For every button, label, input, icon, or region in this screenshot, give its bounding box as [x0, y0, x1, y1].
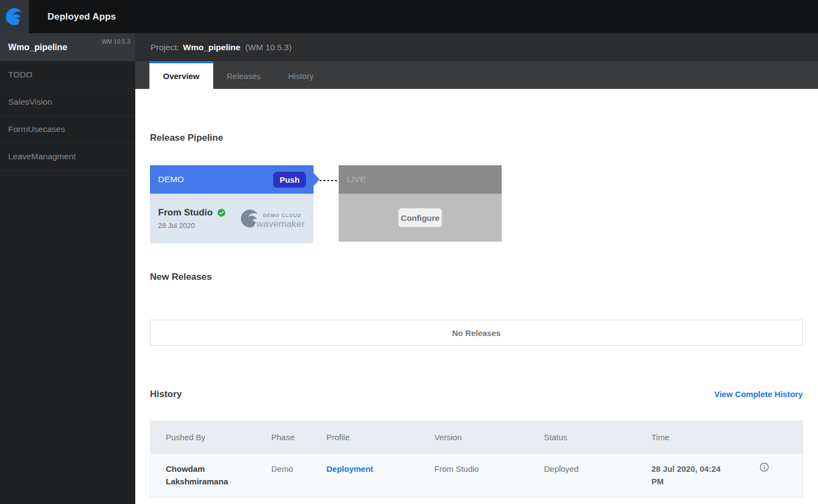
live-phase-name: LIVE: [347, 175, 366, 184]
col-status: Status: [544, 421, 652, 454]
overview-content: Release Pipeline DEMO Push From Studio: [135, 89, 818, 504]
demo-release-info: From Studio 28 Jul 2020: [158, 207, 225, 230]
sidebar-item-formusecases[interactable]: FormUsecases: [0, 116, 135, 143]
app-title: Deployed Apps: [47, 11, 116, 22]
col-version: Version: [435, 421, 544, 454]
demo-card-body: From Studio 28 Jul 2020: [150, 194, 314, 243]
sidebar-item-label: LeaveManagment: [8, 152, 76, 161]
sidebar: Wmo_pipeline WM 10.5.3 TODO SalesVision …: [0, 33, 135, 504]
demo-card-header: DEMO Push: [150, 165, 314, 194]
configure-button[interactable]: Configure: [398, 208, 442, 227]
new-releases-heading: New Releases: [150, 272, 803, 282]
push-button[interactable]: Push: [273, 172, 306, 188]
cell-version: From Studio: [435, 454, 544, 497]
demo-phase-name: DEMO: [158, 175, 184, 184]
check-circle-icon: [218, 209, 225, 217]
no-releases-box: No Releases: [150, 320, 803, 346]
history-table-header-row: Pushed By Phase Profile Version Status T…: [151, 421, 803, 454]
release-pipeline: DEMO Push From Studio: [150, 165, 803, 243]
view-complete-history-link[interactable]: View Complete History: [714, 389, 803, 399]
tab-overview[interactable]: Overview: [149, 61, 213, 89]
sidebar-item-salesvision[interactable]: SalesVision: [0, 88, 135, 116]
sidebar-item-label: Wmo_pipeline: [8, 43, 67, 52]
topbar: Deployed Apps: [0, 0, 818, 33]
project-name: Wmo_pipeline: [183, 43, 240, 52]
cell-pushed-by: Chowdam Lakshmiramana: [166, 463, 248, 488]
sidebar-item-wmo-pipeline[interactable]: Wmo_pipeline WM 10.5.3: [0, 33, 135, 61]
tab-label: History: [288, 71, 314, 81]
tab-label: Overview: [163, 71, 200, 81]
col-info: [754, 421, 803, 454]
sidebar-item-label: FormUsecases: [8, 124, 65, 134]
project-header: Project: Wmo_pipeline (WM 10.5.3): [135, 33, 818, 61]
cell-time: 28 Jul 2020, 04:24 PM: [652, 463, 733, 488]
main-panel: Project: Wmo_pipeline (WM 10.5.3) Overvi…: [135, 33, 818, 504]
history-table-row: Chowdam Lakshmiramana Demo Deployment Fr…: [151, 454, 803, 497]
info-icon[interactable]: [760, 463, 769, 472]
sidebar-item-label: SalesVision: [8, 97, 52, 107]
tab-releases[interactable]: Releases: [213, 61, 275, 89]
demo-phase-card: DEMO Push From Studio: [150, 165, 314, 243]
sidebar-item-leavemanagment[interactable]: LeaveManagment: [0, 143, 135, 170]
release-pipeline-heading: Release Pipeline: [150, 133, 803, 143]
sidebar-item-label: TODO: [8, 70, 33, 80]
demo-release-date: 28 Jul 2020: [158, 221, 225, 230]
no-releases-text: No Releases: [452, 328, 501, 338]
tab-label: Releases: [227, 71, 261, 81]
history-heading: History: [150, 389, 182, 399]
live-card-header: LIVE: [339, 165, 502, 194]
col-profile: Profile: [327, 421, 435, 454]
live-card-body: Configure: [339, 194, 502, 242]
cell-phase: Demo: [272, 454, 327, 497]
live-phase-card: LIVE Configure: [339, 165, 502, 242]
cloud-logo-text: DEMO CLOUD wavemaker: [263, 213, 305, 230]
col-time: Time: [652, 421, 754, 454]
sidebar-item-version: WM 10.5.3: [101, 38, 130, 45]
pipeline-connector-dash: [320, 180, 339, 181]
wavemaker-wave-icon: [5, 7, 25, 27]
sidebar-item-todo[interactable]: TODO: [0, 61, 135, 88]
cell-status: Deployed: [544, 454, 652, 497]
col-pushed-by: Pushed By: [151, 421, 272, 454]
history-header: History View Complete History: [150, 389, 803, 399]
col-phase: Phase: [272, 421, 327, 454]
cell-profile-link[interactable]: Deployment: [327, 464, 374, 473]
cloud-logo-line2: wavemaker: [256, 219, 305, 230]
tab-history[interactable]: History: [274, 61, 327, 89]
history-table: Pushed By Phase Profile Version Status T…: [150, 421, 803, 497]
pipeline-connector: [314, 165, 339, 194]
wavemaker-cloud-logo: DEMO CLOUD wavemaker: [240, 208, 305, 229]
tab-bar: Overview Releases History: [135, 61, 818, 89]
cloud-logo-line1: DEMO CLOUD: [263, 213, 305, 218]
project-label: Project:: [151, 43, 179, 52]
project-version: (WM 10.5.3): [245, 43, 292, 52]
demo-release-source: From Studio: [158, 207, 213, 218]
app-logo[interactable]: [0, 0, 29, 33]
